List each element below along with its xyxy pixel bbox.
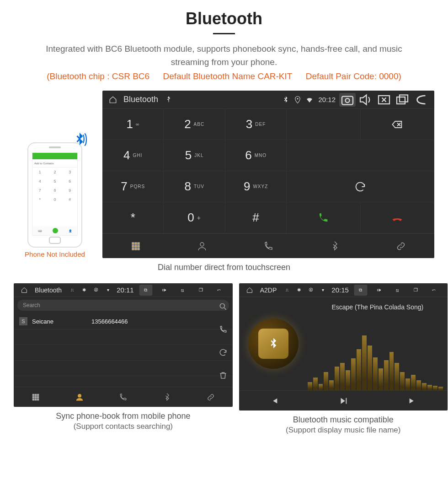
volume-button[interactable]: 🕪 xyxy=(372,285,385,296)
play-pause-button[interactable] xyxy=(309,391,378,411)
svg-rect-7 xyxy=(135,243,137,244)
svg-rect-11 xyxy=(138,245,139,247)
key-7[interactable]: 7PQRS xyxy=(102,171,164,202)
svg-point-2 xyxy=(346,98,350,103)
svg-rect-13 xyxy=(135,248,137,250)
bottom-nav xyxy=(102,233,434,258)
close-app-button[interactable]: ⧅ xyxy=(390,285,404,296)
location-icon xyxy=(293,96,302,104)
key-6[interactable]: 6MNO xyxy=(225,140,287,171)
svg-rect-9 xyxy=(132,245,134,247)
spec-code: Default Pair Code: 0000) xyxy=(306,71,401,81)
nav-dialpad[interactable] xyxy=(102,234,169,258)
svg-rect-23 xyxy=(32,399,34,400)
volume-button[interactable]: 🕪 xyxy=(157,285,171,296)
contact-row[interactable]: SSeicane13566664466 xyxy=(14,313,233,330)
screenshot-button[interactable] xyxy=(339,93,356,107)
bluetooth-icon xyxy=(282,96,290,104)
key-8[interactable]: 8TUV xyxy=(164,171,225,202)
nav-contacts[interactable] xyxy=(58,387,101,407)
bluetooth-signal-icon xyxy=(71,131,88,148)
home-icon[interactable] xyxy=(246,286,253,293)
contact-letter: S xyxy=(19,317,27,325)
svg-rect-8 xyxy=(138,243,139,244)
empty-row xyxy=(14,361,233,376)
key-3[interactable]: 3DEF xyxy=(225,109,287,140)
wifi-icon: ▾ xyxy=(105,286,111,293)
key-9[interactable]: 9WXYZ xyxy=(225,171,287,202)
recent-apps-button[interactable]: ❐ xyxy=(409,285,422,296)
home-icon[interactable] xyxy=(109,96,117,104)
spec-name: Default Bluetooth Name CAR-KIT xyxy=(163,71,292,81)
panel-title: Bluetooth xyxy=(35,286,62,294)
media-controls xyxy=(239,390,448,411)
nav-bluetooth[interactable] xyxy=(302,234,368,258)
svg-rect-10 xyxy=(135,245,137,247)
location-icon: ⦿ xyxy=(93,286,99,293)
contact-number: 13566664466 xyxy=(91,318,128,325)
svg-rect-1 xyxy=(342,96,353,104)
key-5[interactable]: 5JKL xyxy=(164,140,225,171)
wifi-icon xyxy=(305,96,314,104)
back-button[interactable]: ⤺ xyxy=(212,285,225,296)
music-panel: A2DP ⎍ ✱ ⦿ ▾ 20:15 ⧉ 🕪 ⧅ ❐ ⤺ xyxy=(239,283,448,411)
sync-icon[interactable] xyxy=(216,346,230,359)
key-1[interactable]: 1∞ xyxy=(102,109,164,140)
key-0[interactable]: 0+ xyxy=(164,202,225,233)
nav-contacts[interactable] xyxy=(169,234,235,258)
svg-rect-19 xyxy=(37,394,38,395)
svg-rect-18 xyxy=(35,394,36,395)
location-icon: ⦿ xyxy=(308,286,314,293)
svg-rect-21 xyxy=(35,396,36,398)
nav-bluetooth[interactable] xyxy=(145,387,189,407)
contact-side-actions xyxy=(216,300,230,382)
call-icon[interactable] xyxy=(216,323,230,336)
key-#[interactable]: # xyxy=(225,202,287,233)
svg-rect-14 xyxy=(138,248,139,250)
call-button[interactable] xyxy=(287,202,360,233)
close-app-button[interactable] xyxy=(376,93,392,107)
usb-icon xyxy=(165,96,173,104)
key-2[interactable]: 2ABC xyxy=(164,109,225,140)
spec-line: (Bluetooth chip : CSR BC6 Default Blueto… xyxy=(14,71,434,81)
nav-call-log[interactable] xyxy=(101,387,145,407)
svg-rect-4 xyxy=(397,97,405,104)
nav-pair[interactable] xyxy=(368,234,434,258)
recent-apps-button[interactable] xyxy=(394,93,411,107)
delete-icon[interactable] xyxy=(216,368,230,382)
home-icon[interactable] xyxy=(21,286,27,293)
prev-track-button[interactable] xyxy=(239,391,309,411)
bottom-nav xyxy=(14,387,233,407)
nav-pair[interactable] xyxy=(189,387,233,407)
phone-caption: Phone Not Included xyxy=(14,250,96,258)
nav-dialpad[interactable] xyxy=(14,387,58,407)
search-input[interactable]: Search xyxy=(17,300,229,311)
screenshot-button[interactable]: ⧉ xyxy=(139,285,152,296)
recent-apps-button[interactable]: ❐ xyxy=(194,285,207,296)
sync-button[interactable] xyxy=(287,171,434,202)
svg-rect-25 xyxy=(37,399,38,400)
back-button[interactable]: ⤺ xyxy=(427,285,440,296)
key-4[interactable]: 4GHI xyxy=(102,140,164,171)
key-*[interactable]: * xyxy=(102,202,164,233)
nav-call-log[interactable] xyxy=(235,234,301,258)
svg-point-0 xyxy=(297,98,299,99)
phone-mock: Add to Contacts 123 456 789 *0# ⌨👤 xyxy=(27,142,82,248)
empty-row xyxy=(14,330,233,345)
empty-row xyxy=(14,345,233,361)
backspace-button[interactable] xyxy=(361,109,434,140)
blank xyxy=(287,140,434,171)
close-app-button[interactable]: ⧅ xyxy=(176,285,189,296)
clock-time: 20:15 xyxy=(331,286,349,294)
back-button[interactable] xyxy=(412,93,429,107)
clock-time: 20:12 xyxy=(318,96,336,103)
hangup-button[interactable] xyxy=(361,202,434,233)
usb-icon: ⎍ xyxy=(284,286,290,293)
search-icon[interactable] xyxy=(216,300,230,313)
volume-button[interactable] xyxy=(357,93,374,107)
spec-chip: (Bluetooth chip : CSR BC6 xyxy=(47,71,149,81)
music-caption: Bluetooth music compatible (Support disp… xyxy=(239,415,448,435)
next-track-button[interactable] xyxy=(378,391,448,411)
screenshot-button[interactable]: ⧉ xyxy=(354,285,367,296)
statusbar: Bluetooth ⎍ ✱ ⦿ ▾ 20:11 ⧉ 🕪 ⧅ ❐ ⤺ xyxy=(14,283,233,297)
